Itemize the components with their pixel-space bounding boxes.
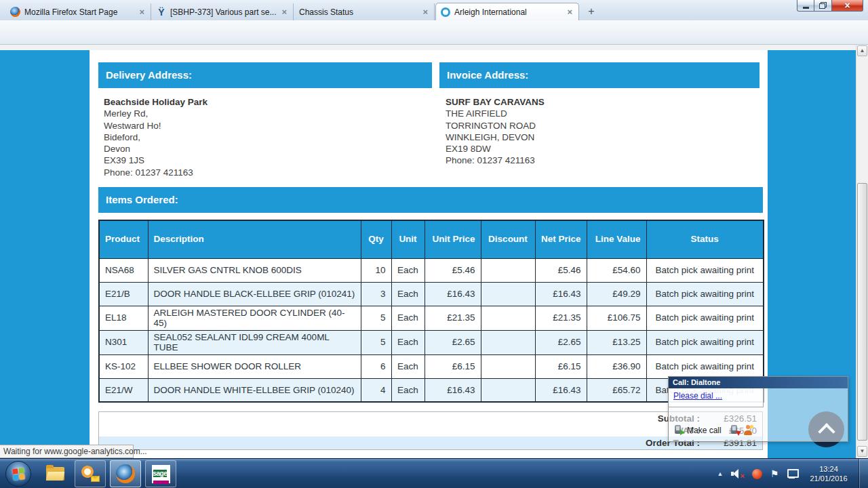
cell-status: Batch pick awaiting print	[646, 258, 764, 282]
tab-firefox-start[interactable]: Mozilla Firefox Start Page ×	[5, 3, 151, 20]
close-button[interactable]: ×	[832, 0, 863, 12]
browser-titlebar: Mozilla Firefox Start Page × Ÿ [SBHP-373…	[0, 0, 868, 20]
tray-expand-icon[interactable]: ▲	[715, 459, 726, 488]
cell-net-price: £5.46	[535, 258, 587, 282]
contact-person-icon[interactable]	[743, 425, 753, 435]
page-load-status: Waiting for www.google-analytics.com...	[0, 445, 134, 458]
invoice-phone: Phone: 01237 421163	[446, 155, 545, 166]
outlook-icon	[81, 466, 100, 482]
cell-line-value: £36.90	[587, 354, 646, 378]
action-center-flag-icon[interactable]: ⚑	[768, 459, 781, 488]
new-tab-button[interactable]: +	[583, 5, 599, 18]
cell-status: Batch pick awaiting print	[646, 282, 764, 306]
cell-unit: Each	[391, 354, 425, 378]
col-description: Description	[148, 220, 361, 258]
scrollbar-down-icon[interactable]: ▼	[857, 446, 867, 457]
tab-jira-issue[interactable]: Ÿ [SBHP-373] Various part se... ×	[152, 3, 294, 20]
explorer-folder-icon	[46, 467, 64, 481]
tab-close-icon[interactable]: ×	[421, 7, 429, 17]
call-dialtone-popup: Call: Dialtone Please dial ... Make call	[668, 376, 848, 442]
hang-up-icon[interactable]	[731, 425, 740, 435]
taskbar-sage-button[interactable]: sage	[145, 460, 176, 487]
cell-product: EL18	[99, 306, 148, 330]
vat-row: VAT : £65.30	[99, 424, 762, 436]
cell-unit-price: £5.46	[425, 258, 481, 282]
cell-net-price: £16.43	[535, 378, 587, 402]
scrollbar-thumb[interactable]	[857, 183, 867, 441]
cell-unit: Each	[391, 258, 425, 282]
vertical-scrollbar[interactable]: ▲ ▼	[856, 45, 868, 458]
tab-arleigh-international[interactable]: Arleigh International ×	[435, 3, 579, 20]
cell-qty: 5	[361, 330, 391, 354]
clock-time: 13:24	[819, 464, 838, 474]
network-icon[interactable]	[784, 459, 800, 488]
tab-close-icon[interactable]: ×	[138, 7, 146, 17]
delivery-address-block: Beachside Holiday Park Merley Rd, Westwa…	[104, 96, 208, 178]
delivery-line: Bideford,	[104, 131, 208, 143]
windows-logo-icon	[12, 468, 25, 481]
table-row: EL18 ARLEIGH MASTERED DOOR CYLINDER (40-…	[99, 306, 764, 330]
browser-navbar	[0, 20, 868, 45]
cell-discount	[481, 330, 535, 354]
delivery-line: Devon	[104, 143, 208, 155]
call-popup-menu: Please dial ...	[669, 388, 764, 407]
taskbar-explorer-button[interactable]	[39, 460, 71, 487]
jira-favicon-icon: Ÿ	[157, 7, 166, 18]
invoice-address-block: SURF BAY CARAVANS THE AIRFIELD TORRINGTO…	[446, 96, 545, 167]
minimize-button[interactable]	[797, 0, 814, 12]
taskbar: sage ▲ × ⚑ 13:24 21/01/2016	[0, 458, 868, 488]
tray-status-icon[interactable]	[750, 459, 764, 488]
delivery-phone: Phone: 01237 421163	[104, 167, 208, 178]
col-discount: Discount	[481, 220, 535, 258]
cell-discount	[481, 354, 535, 378]
please-dial-link[interactable]: Please dial ...	[673, 391, 722, 401]
call-popup-titlebar[interactable]: Call: Dialtone	[669, 377, 848, 388]
close-icon: ×	[844, 1, 850, 11]
cell-line-value: £54.60	[587, 258, 646, 282]
order-totals: Subtotal : £326.51 VAT : £65.30 Order To…	[98, 411, 763, 450]
invoice-line: EX19 8DW	[446, 143, 545, 155]
col-qty: Qty	[361, 220, 391, 258]
cell-unit-price: £16.43	[425, 282, 481, 306]
invoice-line: THE AIRFIELD	[446, 108, 545, 119]
cell-line-value: £65.72	[587, 378, 646, 402]
minimize-icon	[803, 7, 809, 9]
cell-unit: Each	[391, 378, 425, 402]
tab-chassis-status[interactable]: Chassis Status ×	[294, 3, 435, 20]
invoice-name: SURF BAY CARAVANS	[446, 96, 545, 108]
cell-description: SILVER GAS CNTRL KNOB 600DIS	[148, 258, 361, 282]
tab-close-icon[interactable]: ×	[566, 7, 574, 17]
taskbar-outlook-button[interactable]	[75, 460, 106, 487]
cell-net-price: £6.15	[535, 354, 587, 378]
window-controls: ×	[797, 0, 863, 12]
tab-title: Arleigh International	[454, 7, 561, 17]
tab-close-icon[interactable]: ×	[280, 7, 288, 17]
order-total-row: Order Total : £391.81	[99, 436, 762, 449]
cell-unit: Each	[391, 306, 425, 330]
taskbar-clock[interactable]: 13:24 21/01/2016	[806, 459, 852, 488]
cell-line-value: £106.75	[587, 306, 646, 330]
cell-description: DOOR HANDLE WHITE-ELLBEE GRIP (010240)	[148, 378, 361, 402]
start-button[interactable]	[5, 461, 31, 487]
cell-product: NSA68	[99, 258, 148, 282]
cell-status: Batch pick awaiting print	[646, 330, 764, 354]
cell-line-value: £49.29	[587, 282, 646, 306]
show-desktop-button[interactable]	[859, 459, 868, 488]
cell-product: KS-102	[99, 354, 148, 378]
cell-unit: Each	[391, 282, 425, 306]
scrollbar-up-icon[interactable]: ▲	[857, 45, 867, 56]
cell-product: E21/W	[99, 378, 148, 402]
cell-unit: Each	[391, 330, 425, 354]
volume-muted-icon[interactable]: ×	[730, 459, 745, 488]
tab-title: Mozilla Firefox Start Page	[24, 7, 134, 17]
make-call-phone-icon[interactable]	[675, 425, 684, 435]
delivery-line: Westward Ho!	[104, 120, 208, 131]
cell-status: Batch pick awaiting print	[646, 354, 764, 378]
restore-button[interactable]	[814, 0, 832, 12]
restore-icon	[819, 2, 827, 9]
sage-icon: sage	[152, 465, 170, 483]
cell-product: E21/B	[99, 282, 148, 306]
cell-unit-price: £2.65	[425, 330, 481, 354]
taskbar-firefox-button[interactable]	[110, 460, 141, 487]
make-call-label[interactable]: Make call	[687, 426, 722, 435]
